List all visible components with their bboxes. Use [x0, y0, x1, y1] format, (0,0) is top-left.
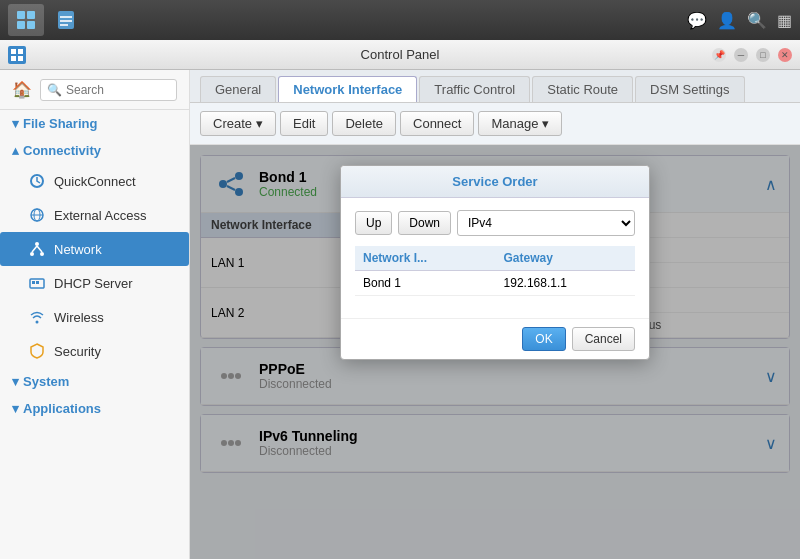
user-icon[interactable]: 👤 — [717, 11, 737, 30]
main-panel: General Network Interface Traffic Contro… — [190, 70, 800, 559]
svg-rect-7 — [60, 24, 68, 26]
create-button[interactable]: Create ▾ — [200, 111, 276, 136]
service-order-dialog: Service Order Up Down IPv4 IPv6 — [340, 165, 650, 360]
sidebar-section-connectivity[interactable]: ▴ Connectivity — [0, 137, 189, 164]
svg-point-17 — [30, 252, 34, 256]
dialog-footer: OK Cancel — [341, 318, 649, 359]
security-icon — [28, 342, 46, 360]
wireless-icon — [28, 308, 46, 326]
widgets-icon[interactable]: ▦ — [777, 11, 792, 30]
sidebar-item-network[interactable]: Network — [0, 232, 189, 266]
sidebar-item-dhcp-server[interactable]: DHCP Server — [0, 266, 189, 300]
svg-rect-6 — [60, 20, 72, 22]
pin-button[interactable]: 📌 — [712, 48, 726, 62]
system-label: System — [23, 374, 69, 389]
ipv-select[interactable]: IPv4 IPv6 — [457, 210, 635, 236]
connectivity-label: Connectivity — [23, 143, 101, 158]
dialog-overlay: Service Order Up Down IPv4 IPv6 — [190, 145, 800, 559]
svg-rect-23 — [36, 281, 39, 284]
up-button[interactable]: Up — [355, 211, 392, 235]
tab-network-interface[interactable]: Network Interface — [278, 76, 417, 102]
sidebar-item-external-access[interactable]: External Access — [0, 198, 189, 232]
sidebar-item-wireless[interactable]: Wireless — [0, 300, 189, 334]
external-access-label: External Access — [54, 208, 147, 223]
home-icon[interactable]: 🏠 — [12, 80, 32, 99]
tab-general[interactable]: General — [200, 76, 276, 102]
tab-traffic-control[interactable]: Traffic Control — [419, 76, 530, 102]
sidebar-search-box: 🔍 — [40, 79, 177, 101]
connect-button[interactable]: Connect — [400, 111, 474, 136]
search-magnifier-icon: 🔍 — [47, 83, 62, 97]
svg-line-20 — [37, 246, 42, 252]
svg-rect-1 — [27, 11, 35, 19]
search-icon[interactable]: 🔍 — [747, 11, 767, 30]
apps-chevron-icon: ▾ — [12, 401, 19, 416]
app-icon — [8, 46, 26, 64]
down-button[interactable]: Down — [398, 211, 451, 235]
svg-rect-9 — [18, 49, 23, 54]
svg-rect-3 — [27, 21, 35, 29]
sidebar-section-applications[interactable]: ▾ Applications — [0, 395, 189, 422]
svg-point-16 — [35, 242, 39, 246]
window-content: 🏠 🔍 ▾ File Sharing ▴ Connectivity QuickC… — [0, 70, 800, 559]
ok-button[interactable]: OK — [522, 327, 565, 351]
applications-label: Applications — [23, 401, 101, 416]
dialog-body: Up Down IPv4 IPv6 Network I... — [341, 198, 649, 318]
content-area: Bond 1 Connected ∧ Network Interface — [190, 145, 800, 559]
service-order-row[interactable]: Bond 1 192.168.1.1 — [355, 271, 635, 296]
sidebar-section-system[interactable]: ▾ System — [0, 368, 189, 395]
sidebar-item-quickconnect[interactable]: QuickConnect — [0, 164, 189, 198]
chevron-up-icon: ▴ — [12, 143, 19, 158]
chat-icon[interactable]: 💬 — [687, 11, 707, 30]
top-taskbar: 💬 👤 🔍 ▦ — [0, 0, 800, 40]
dropdown-arrow-icon: ▾ — [256, 116, 263, 131]
sidebar-item-security[interactable]: Security — [0, 334, 189, 368]
cancel-button[interactable]: Cancel — [572, 327, 635, 351]
titlebar: Control Panel 📌 ─ □ ✕ — [0, 40, 800, 70]
apps-grid-icon — [15, 9, 37, 31]
maximize-button[interactable]: □ — [756, 48, 770, 62]
edit-button[interactable]: Edit — [280, 111, 328, 136]
col-network-i[interactable]: Network I... — [355, 246, 496, 271]
search-input[interactable] — [66, 83, 170, 97]
svg-rect-5 — [60, 16, 72, 18]
svg-line-19 — [32, 246, 37, 252]
tabs-bar: General Network Interface Traffic Contro… — [190, 70, 800, 103]
tab-static-route[interactable]: Static Route — [532, 76, 633, 102]
dialog-title: Service Order — [341, 166, 649, 198]
titlebar-left — [8, 46, 26, 64]
svg-rect-22 — [32, 281, 35, 284]
quickconnect-label: QuickConnect — [54, 174, 136, 189]
row-network: Bond 1 — [355, 271, 496, 296]
sidebar-home: 🏠 🔍 — [0, 70, 189, 110]
delete-button[interactable]: Delete — [332, 111, 396, 136]
file-manager-icon — [55, 9, 77, 31]
external-access-icon — [28, 206, 46, 224]
service-order-table: Network I... Gateway Bond 1 192.168.1.1 — [355, 246, 635, 296]
taskbar-app-grid[interactable] — [8, 4, 44, 36]
svg-point-18 — [40, 252, 44, 256]
security-label: Security — [54, 344, 101, 359]
taskbar-right: 💬 👤 🔍 ▦ — [687, 11, 792, 30]
titlebar-controls: 📌 ─ □ ✕ — [712, 48, 792, 62]
quickconnect-icon — [28, 172, 46, 190]
wireless-label: Wireless — [54, 310, 104, 325]
network-label: Network — [54, 242, 102, 257]
sidebar: 🏠 🔍 ▾ File Sharing ▴ Connectivity QuickC… — [0, 70, 190, 559]
manage-button[interactable]: Manage ▾ — [478, 111, 562, 136]
svg-rect-8 — [11, 49, 16, 54]
col-gateway[interactable]: Gateway — [496, 246, 635, 271]
window-title: Control Panel — [0, 47, 800, 62]
system-chevron-icon: ▾ — [12, 374, 19, 389]
taskbar-app-files[interactable] — [48, 4, 84, 36]
chevron-icon: ▾ — [12, 116, 19, 131]
dhcp-icon — [28, 274, 46, 292]
svg-rect-2 — [17, 21, 25, 29]
close-button[interactable]: ✕ — [778, 48, 792, 62]
section-label: File Sharing — [23, 116, 97, 131]
tab-dsm-settings[interactable]: DSM Settings — [635, 76, 744, 102]
sidebar-section-file-sharing[interactable]: ▾ File Sharing — [0, 110, 189, 137]
svg-point-24 — [36, 321, 39, 324]
network-icon — [28, 240, 46, 258]
minimize-button[interactable]: ─ — [734, 48, 748, 62]
